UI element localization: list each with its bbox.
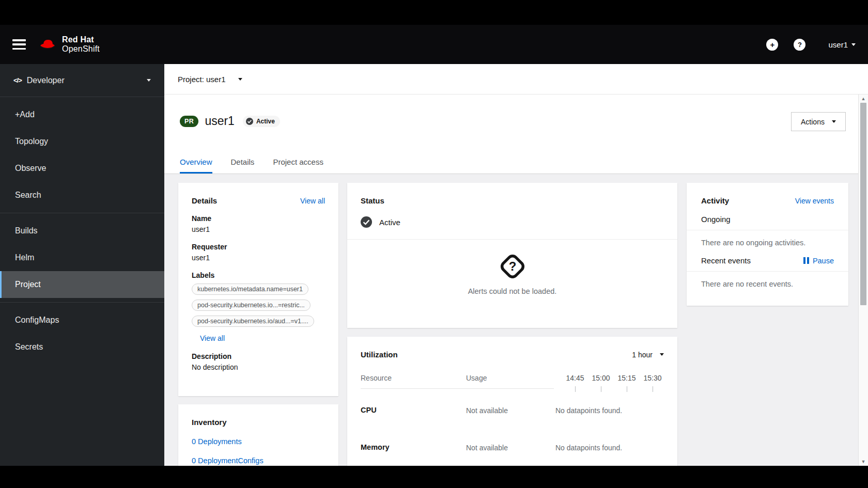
- sidebar-item-add[interactable]: +Add: [0, 101, 164, 128]
- resource-name: CPU: [361, 406, 377, 414]
- check-circle-icon: [246, 118, 253, 125]
- divider: [687, 271, 848, 272]
- time-axis-label: 15:30: [637, 374, 668, 382]
- labels-list: kubernetes.io/metadata.name=user1 pod-se…: [192, 284, 325, 327]
- project-status-text: Active: [379, 218, 400, 227]
- status-badge: Active: [243, 116, 280, 127]
- status-card-title: Status: [361, 196, 664, 205]
- duration-value: 1 hour: [632, 351, 653, 359]
- pause-icon: [803, 257, 809, 264]
- sidebar-item-label: Project: [15, 280, 41, 289]
- project-status-row: Active: [361, 216, 664, 228]
- label-chip: pod-security.kubernetes.io...=restric...: [192, 300, 311, 311]
- name-value: user1: [192, 225, 325, 233]
- brand-wordmark: Red Hat OpenShift: [62, 35, 100, 54]
- actions-button[interactable]: Actions: [791, 112, 846, 131]
- details-card-title: Details: [192, 196, 217, 205]
- status-badge-label: Active: [256, 118, 275, 125]
- scrollbar-down-arrow[interactable]: ▼: [859, 459, 868, 464]
- nav-toggle-hamburger-icon[interactable]: [12, 39, 26, 50]
- alerts-empty-state: ? Alerts could not be loaded.: [361, 253, 664, 295]
- sidebar-item-project[interactable]: Project: [0, 271, 164, 298]
- sidebar-item-label: Builds: [15, 226, 38, 235]
- axis-tick: [627, 386, 627, 392]
- sidebar-item-search[interactable]: Search: [0, 182, 164, 209]
- plus-glyph: +: [770, 40, 775, 49]
- question-glyph: ?: [798, 41, 802, 49]
- axis-line: [361, 388, 554, 389]
- help-question-icon[interactable]: ?: [794, 39, 805, 51]
- view-events-link[interactable]: View events: [795, 197, 834, 205]
- sidebar-item-observe[interactable]: Observe: [0, 155, 164, 182]
- name-label: Name: [192, 214, 325, 223]
- tab-project-access[interactable]: Project access: [273, 158, 323, 174]
- scrollbar-up-arrow[interactable]: ▲: [859, 96, 868, 101]
- user-menu-label: user1: [828, 40, 848, 49]
- duration-dropdown[interactable]: 1 hour: [632, 351, 664, 359]
- sidebar-item-topology[interactable]: Topology: [0, 128, 164, 155]
- requester-value: user1: [192, 254, 325, 262]
- resource-usage: Not available: [466, 406, 508, 415]
- project-selector-dropdown[interactable]: Project: user1: [178, 75, 242, 84]
- page-title: user1: [205, 114, 235, 128]
- sidebar-item-label: Helm: [15, 253, 34, 262]
- chevron-down-icon: [660, 353, 664, 356]
- ongoing-empty-message: There are no ongoing activities.: [701, 239, 834, 247]
- sidebar-item-helm[interactable]: Helm: [0, 244, 164, 271]
- labels-view-all-link[interactable]: View all: [200, 334, 225, 342]
- sidebar: </> Developer +Add Topology Observe Sear…: [0, 64, 164, 466]
- details-card: Details View all Name user1 Requester us…: [178, 183, 338, 396]
- tab-details[interactable]: Details: [231, 158, 255, 174]
- project-resource-badge: PR: [180, 116, 198, 127]
- description-value: No description: [192, 363, 325, 371]
- recent-events-section-label: Recent events: [701, 256, 751, 265]
- inventory-card-title: Inventory: [192, 418, 325, 427]
- svg-text:?: ?: [508, 259, 516, 273]
- developer-code-icon: </>: [13, 76, 22, 84]
- inventory-deployments-link[interactable]: 0 Deployments: [192, 437, 325, 446]
- perspective-switcher[interactable]: </> Developer: [0, 64, 164, 97]
- unknown-status-icon: ?: [499, 253, 526, 280]
- sidebar-item-secrets[interactable]: Secrets: [0, 334, 164, 360]
- activity-card-title: Activity: [701, 196, 729, 205]
- sidebar-item-builds[interactable]: Builds: [0, 217, 164, 244]
- tab-overview[interactable]: Overview: [180, 158, 212, 174]
- project-heading: PR user1 Active Actions Overview Details…: [164, 95, 868, 174]
- inventory-deploymentconfigs-link[interactable]: 0 DeploymentConfigs: [192, 456, 325, 465]
- usage-column-header: Usage: [466, 374, 487, 382]
- resource-name: Memory: [361, 443, 390, 451]
- screen: Red Hat OpenShift + ? user1 </> Develope…: [0, 0, 868, 488]
- scrollbar-thumb[interactable]: [860, 103, 866, 305]
- activity-card: Activity View events Ongoing There are n…: [687, 183, 848, 306]
- tabs: Overview Details Project access: [180, 158, 342, 174]
- masthead: Red Hat OpenShift + ? user1: [0, 25, 868, 64]
- chevron-down-icon: [832, 120, 836, 123]
- resource-datapoints-message: No datapoints found.: [555, 444, 622, 452]
- perspective-label: Developer: [27, 76, 65, 85]
- project-toolbar: Project: user1: [164, 64, 868, 95]
- resource-column-header: Resource: [361, 374, 392, 382]
- user-menu-dropdown[interactable]: user1: [828, 40, 856, 49]
- brand-logo[interactable]: Red Hat OpenShift: [39, 35, 100, 54]
- vertical-scrollbar: ▲ ▼: [858, 95, 868, 466]
- sidebar-item-label: Observe: [15, 164, 46, 173]
- sidebar-item-configmaps[interactable]: ConfigMaps: [0, 307, 164, 334]
- pause-events-button[interactable]: Pause: [803, 257, 834, 265]
- axis-tick: [653, 386, 653, 392]
- labels-label: Labels: [192, 271, 325, 279]
- pause-button-label: Pause: [813, 257, 834, 265]
- details-view-all-link[interactable]: View all: [300, 197, 325, 205]
- project-title-row: PR user1 Active: [180, 114, 280, 128]
- divider: [347, 239, 677, 240]
- axis-tick: [575, 386, 576, 392]
- axis-tick: [601, 386, 601, 392]
- quick-create-plus-icon[interactable]: +: [766, 39, 778, 51]
- brand-line1: Red Hat: [62, 35, 100, 44]
- ongoing-section-label: Ongoing: [701, 215, 834, 224]
- divider: [687, 230, 848, 230]
- chevron-down-icon: [851, 43, 856, 46]
- masthead-actions: + ? user1: [766, 39, 856, 51]
- main-content: Project: user1 PR user1 Active Actions: [164, 64, 868, 466]
- nav-group-resources: Builds Helm Project: [0, 213, 164, 302]
- sidebar-item-label: Topology: [15, 137, 48, 146]
